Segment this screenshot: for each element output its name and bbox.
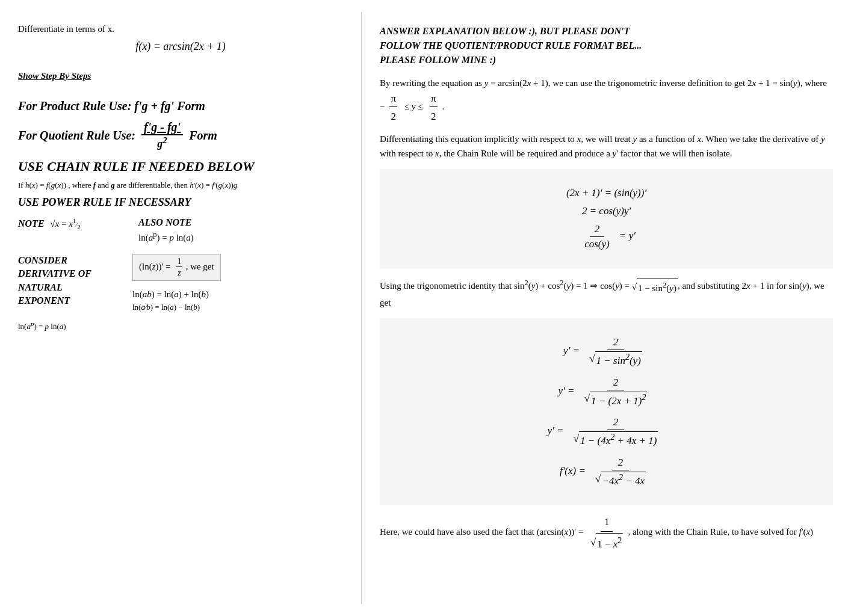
note-left: NOTE √x = x1⁄2: [18, 217, 114, 245]
problem-function: f(x) = arcsin(2x + 1): [18, 40, 343, 53]
ln-box: (ln(z))' = 1 z , we get: [132, 254, 221, 281]
note-label: NOTE: [18, 218, 45, 229]
show-steps-link[interactable]: Show Step By Steps: [18, 71, 91, 81]
quotient-rule-heading: For Quotient Rule Use: f'g - fg' g2 Form: [18, 120, 343, 150]
note-right: ALSO NOTE ln(ap) = p ln(a): [138, 217, 343, 245]
right-panel: ANSWER EXPLANATION BELOW :), BUT PLEASE …: [361, 12, 851, 604]
note-formula: √x = x1⁄2: [50, 219, 80, 229]
consider-left: CONSIDERDERIVATIVE OFNATURALEXPONENT ln(…: [18, 254, 114, 331]
consider-title: CONSIDERDERIVATIVE OFNATURALEXPONENT: [18, 254, 114, 308]
math-line-4: y' = 2 √1 − sin2(y): [398, 336, 815, 367]
left-panel: Differentiate in terms of x. f(x) = arcs…: [0, 12, 361, 604]
power-rule-heading: USE POWER RULE IF NECESSARY: [18, 196, 343, 209]
product-rule-heading: For Product Rule Use: f'g + fg' Form: [18, 99, 343, 113]
consider-right: (ln(z))' = 1 z , we get ln(ab) = ln(a) +…: [132, 254, 343, 312]
math-line-5: y' = 2 √1 − (2x + 1)2: [398, 377, 815, 407]
quotient-denominator: g2: [157, 135, 167, 150]
also-note-1: ln(ap) = p ln(a): [138, 230, 343, 243]
notes-section: NOTE √x = x1⁄2 ALSO NOTE ln(ap) = p ln(a…: [18, 217, 343, 245]
math-block-2: y' = 2 √1 − sin2(y) y' = 2 √1 − (2x + 1)…: [380, 318, 833, 505]
also-note-2: ln(ab) = ln(a) + ln(b): [132, 289, 343, 300]
chain-rule-text: If h(x) = f(g(x)) , where f and g are di…: [18, 180, 343, 190]
explanation-2: Differentiating this equation implicitly…: [380, 132, 833, 161]
explanation-4: Here, we could have also used the fact t…: [380, 514, 833, 552]
answer-header: ANSWER EXPLANATION BELOW :), BUT PLEASE …: [380, 24, 833, 67]
math-line-7: f'(x) = 2 √−4x2 − 4x: [398, 457, 815, 487]
chain-rule-heading: USE CHAIN RULE IF NEEDED BELOW: [18, 159, 343, 174]
math-line-1: (2x + 1)' = (sin(y))': [398, 187, 815, 199]
also-note-label: ALSO NOTE: [138, 217, 343, 228]
explanation-3: Using the trigonometric identity that si…: [380, 277, 833, 310]
explanation-1: By rewriting the equation as y = arcsin(…: [380, 76, 833, 125]
consider-section: CONSIDERDERIVATIVE OFNATURALEXPONENT ln(…: [18, 254, 343, 331]
math-line-3: 2 cos(y) = y': [398, 223, 815, 250]
bottom-left-formula: ln(ap) = p ln(a): [18, 320, 114, 331]
bottom-right-formula: ln(a⁄b) = ln(a) − ln(b): [132, 302, 343, 312]
math-block-1: (2x + 1)' = (sin(y))' 2 = cos(y)y' 2 cos…: [380, 169, 833, 268]
problem-title: Differentiate in terms of x.: [18, 24, 343, 34]
quotient-numerator: f'g - fg': [141, 120, 183, 135]
math-line-2: 2 = cos(y)y': [398, 205, 815, 217]
math-line-6: y' = 2 √1 − (4x2 + 4x + 1): [398, 416, 815, 447]
